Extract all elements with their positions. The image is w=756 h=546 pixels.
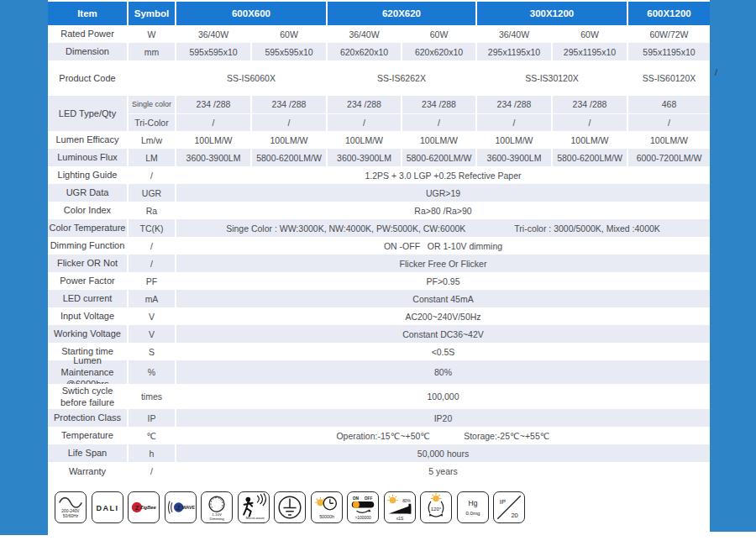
table-row: Flicker OR Not/Flicker Free Or Flicker — [48, 255, 710, 272]
span-value-cell: Singe Color : WW:3000K, NW:4000K, PW:500… — [176, 219, 710, 237]
header-cell: 300X1200 — [477, 2, 628, 25]
svg-text:>100000: >100000 — [354, 516, 371, 520]
value-cell: 36/40W — [328, 25, 402, 43]
svg-text:WAVE: WAVE — [181, 505, 195, 510]
symbol-cell: IP — [129, 409, 176, 427]
mercury-free-icon: Hg0.0mg — [457, 491, 489, 523]
header-cell: Item — [48, 2, 129, 25]
table-row: Luminous FluxLM3600-3900LM5800-6200LM/W3… — [48, 149, 710, 166]
row-label: Lumen Efficacy — [48, 131, 129, 149]
value-cell: 620x620x10 — [328, 43, 402, 60]
table-row: Input VoltageVAC200~240V/50Hz — [48, 307, 710, 325]
value-sub-cell: / — [477, 114, 551, 132]
value-cell: 100LM/W — [477, 131, 553, 149]
symbol-cell: / — [129, 462, 176, 480]
span-value-cell: <0.5S — [176, 343, 710, 360]
symbol-cell: h — [129, 444, 176, 462]
symbol-cell: % — [129, 360, 176, 384]
symbol-cell: Ra — [129, 202, 176, 219]
value-cell: 468/ — [628, 96, 710, 131]
svg-text:20: 20 — [511, 512, 517, 519]
value-cell: 60W — [402, 25, 477, 43]
value-sub-cell: 234 /288 — [176, 96, 250, 114]
svg-text:ON: ON — [353, 496, 360, 501]
span-value-cell: ON -OFF OR 1-10V dimming — [176, 237, 710, 255]
value-cell: 60W — [252, 25, 328, 43]
table-row: Product CodeSS-IS6060XSS-IS6262XSS-IS301… — [48, 60, 710, 96]
beam-angle-120-icon: 120° — [420, 491, 452, 523]
table-row: Working VoltageVConstant DC36~42V — [48, 325, 710, 343]
span-value-part: Storage:-25℃~+55℃ — [464, 431, 549, 441]
table-row: LED currentmAConstant 45mA — [48, 290, 710, 307]
svg-text:DALI: DALI — [96, 504, 118, 512]
value-cell: 5800-6200LM/W — [553, 149, 628, 166]
header-cell: 600X1200 — [628, 2, 710, 25]
svg-text:0.0mg: 0.0mg — [465, 510, 480, 516]
svg-text:Hg: Hg — [468, 499, 477, 507]
value-sub-cell: / — [553, 114, 627, 132]
span-value-cell: 1.2PS + 3.0 LGP +0.25 Refective Paper — [176, 166, 710, 184]
span-value-cell: Flicker Free Or Flicker — [176, 255, 710, 272]
value-cell: 6000-7200LM/W — [628, 149, 710, 166]
svg-text:ZigBee: ZigBee — [139, 505, 156, 510]
svg-text:IP: IP — [500, 498, 506, 506]
span-value-cell: 5 years — [176, 462, 710, 480]
value-cell: 3600-3900LM — [477, 149, 553, 166]
span-value-cell: PF>0.95 — [176, 272, 710, 290]
row-label: Color Temperature — [48, 219, 129, 237]
svg-text:Z: Z — [176, 505, 181, 512]
switch-cycle-icon: ONOFF >100000 — [347, 491, 379, 523]
symbol-cell: Lm/w — [129, 131, 176, 149]
table-row: Color TemperatureTC(K)Singe Color : WW:3… — [48, 219, 710, 237]
value-group-cell: SS-IS6262X — [328, 60, 477, 96]
value-cell: 60W/72W — [628, 25, 710, 43]
row-label: UGR Data — [48, 184, 129, 202]
svg-text:OFF: OFF — [365, 496, 373, 501]
table-row: LED Type/QtySingle colorTri-Color234 /28… — [48, 96, 710, 131]
span-value-cell: 50,000 hours — [176, 444, 710, 462]
row-label: LED current — [48, 290, 129, 307]
symbol-cell: TC(K) — [129, 219, 176, 237]
span-value-cell: Ra>80 /Ra>90 — [176, 202, 710, 219]
page-left-margin — [0, 0, 48, 535]
svg-text:50/60Hz: 50/60Hz — [63, 514, 79, 518]
symbol-cell: times — [129, 384, 176, 409]
row-label: Luminous Flux — [48, 149, 129, 166]
value-sub-cell: 234 /288 — [328, 96, 401, 114]
symbol-cell: / — [129, 166, 176, 184]
value-cell: 100LM/W — [328, 131, 402, 149]
span-value-cell: IP20 — [176, 409, 710, 427]
header-cell: 600X600 — [176, 2, 328, 25]
table-row: Dimensionmm595x595x10595x595x10620x620x1… — [48, 43, 710, 60]
product-code-extra-slash: / — [715, 67, 717, 77]
span-value-cell: Operation:-15℃~+50℃Storage:-25℃~+55℃ — [176, 427, 710, 444]
table-header-row: ItemSymbol600X600620X620300X1200600X1200 — [48, 2, 710, 25]
dimming-1-10v-icon: 1-10VDimming — [201, 491, 233, 523]
value-sub-cell: 234 /288 — [402, 96, 475, 114]
value-sub-cell: / — [402, 114, 475, 132]
svg-text:80%: 80% — [402, 499, 411, 503]
table-row: Color IndexRaRa>80 /Ra>90 — [48, 202, 710, 219]
dali-icon-svg: DALI — [92, 492, 123, 522]
z-wave-icon: Z WAVE — [165, 491, 197, 523]
dimming-1-10v-icon-svg: 1-10VDimming — [202, 492, 232, 522]
value-cell: 295x1195x10 — [553, 43, 628, 60]
span-value-cell: 80% — [176, 360, 710, 384]
value-cell: 595x595x10 — [252, 43, 328, 60]
symbol-sub-label: Single color — [129, 96, 175, 114]
span-value-cell: AC200~240V/50Hz — [176, 307, 710, 325]
mercury-free-icon-svg: Hg0.0mg — [458, 492, 488, 522]
value-group-cell: SS-IS60120X — [628, 60, 710, 96]
micro-wave-sensor-icon: Micro-wave — [238, 491, 270, 523]
value-cell: 100LM/W — [553, 131, 628, 149]
row-label: Lighting Guide — [48, 166, 129, 184]
value-cell: 100LM/W — [628, 131, 710, 149]
beam-angle-120-icon-svg: 120° — [421, 492, 451, 522]
ac-voltage-icon-svg: 200-240V50/60Hz — [55, 492, 86, 522]
svg-text:200-240V: 200-240V — [61, 509, 80, 513]
symbol-cell: W — [129, 25, 176, 43]
lifetime-50000h-icon: 50000h — [311, 491, 343, 523]
row-label: Swtich cycle before failure — [48, 384, 129, 409]
value-cell: 100LM/W — [402, 131, 477, 149]
symbol-cell: PF — [129, 272, 176, 290]
